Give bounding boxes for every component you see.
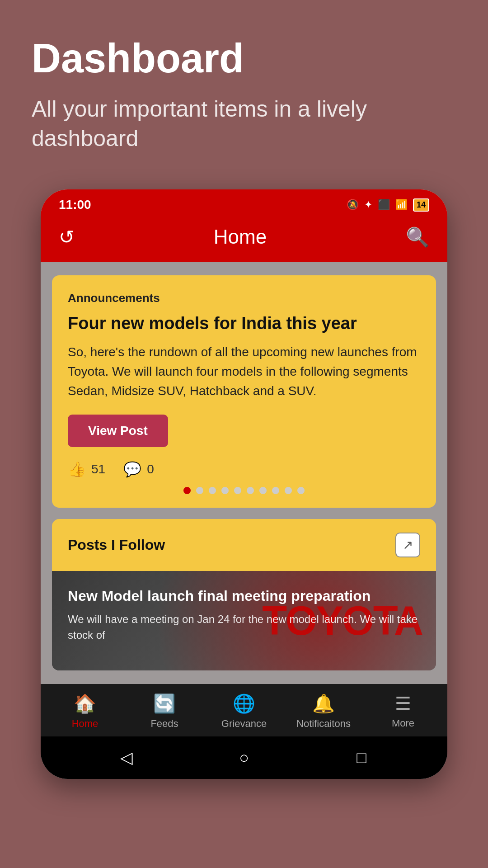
- phone-mockup: 11:00 🔕 ✦ ⬛ 📶 14 ↺ Home 🔍 Announcements …: [41, 189, 447, 779]
- featured-post-card[interactable]: TOYOTA New Model launch final meeting pr…: [52, 571, 436, 670]
- carousel-dot-2[interactable]: [209, 487, 216, 494]
- carousel-dot-8[interactable]: [285, 487, 292, 494]
- carousel-dot-9[interactable]: [297, 487, 305, 494]
- carousel-dot-1[interactable]: [196, 487, 203, 494]
- page-subtitle: All your important items in a lively das…: [32, 94, 456, 153]
- nav-item-more[interactable]: ☰More: [374, 693, 432, 729]
- card-category: Announcements: [68, 291, 420, 305]
- android-back-button[interactable]: ◁: [115, 746, 138, 769]
- page-title: Dashboard: [32, 36, 456, 81]
- status-time: 11:00: [59, 198, 91, 212]
- posts-follow-title: Posts I Follow: [68, 537, 165, 553]
- main-content: Announcements Four new models for India …: [41, 262, 447, 684]
- search-button[interactable]: 🔍: [406, 226, 429, 248]
- likes-count: 51: [91, 462, 105, 476]
- nav-item-home[interactable]: 🏠Home: [56, 693, 114, 730]
- view-post-button[interactable]: View Post: [68, 415, 168, 447]
- carousel-dot-0[interactable]: [183, 487, 191, 494]
- bottom-nav: 🏠Home🔄Feeds🌐Grievance🔔Notificaitons☰More: [41, 684, 447, 736]
- nav-item-grievance[interactable]: 🌐Grievance: [215, 693, 273, 730]
- comments-stat: 💬 0: [123, 461, 154, 478]
- status-bar: 11:00 🔕 ✦ ⬛ 📶 14: [41, 189, 447, 217]
- announcement-body: So, here's the rundown of all the upcomi…: [68, 342, 420, 401]
- nav-item-feeds[interactable]: 🔄Feeds: [135, 693, 194, 730]
- post-body: We will have a meeting on Jan 24 for the…: [68, 612, 420, 643]
- card-footer: 👍 51 💬 0: [68, 461, 420, 478]
- back-button[interactable]: ↺: [59, 226, 75, 248]
- nav-label-feeds: Feeds: [150, 718, 178, 730]
- announcements-card: Announcements Four new models for India …: [52, 275, 436, 508]
- nav-label-home: Home: [72, 718, 99, 730]
- likes-stat: 👍 51: [68, 461, 105, 478]
- wifi-icon: ⬛: [378, 199, 390, 211]
- carousel-dot-6[interactable]: [259, 487, 267, 494]
- posts-follow-header: Posts I Follow ↗: [52, 519, 436, 571]
- external-link-button[interactable]: ↗: [395, 533, 420, 557]
- mute-icon: 🔕: [347, 199, 359, 211]
- nav-icon-grievance: 🌐: [233, 693, 255, 714]
- nav-label-more: More: [392, 717, 414, 729]
- nav-icon-notificaitons: 🔔: [312, 693, 335, 714]
- nav-label-notificaitons: Notificaitons: [296, 718, 351, 730]
- like-icon: 👍: [68, 461, 86, 478]
- nav-icon-more: ☰: [395, 693, 411, 714]
- announcement-title: Four new models for India this year: [68, 313, 420, 334]
- android-recent-button[interactable]: □: [350, 746, 373, 769]
- nav-label-grievance: Grievance: [221, 718, 267, 730]
- top-navbar: ↺ Home 🔍: [41, 217, 447, 262]
- android-nav: ◁ ○ □: [41, 736, 447, 779]
- battery-icon: 14: [413, 198, 429, 212]
- signal-icon: 📶: [395, 199, 408, 211]
- carousel-dot-4[interactable]: [234, 487, 241, 494]
- nav-item-notificaitons[interactable]: 🔔Notificaitons: [294, 693, 353, 730]
- nav-title: Home: [214, 226, 267, 248]
- nav-icon-home: 🏠: [74, 693, 96, 714]
- dots-indicator: [68, 487, 420, 494]
- carousel-dot-7[interactable]: [272, 487, 279, 494]
- carousel-dot-5[interactable]: [247, 487, 254, 494]
- android-home-button[interactable]: ○: [233, 746, 255, 769]
- carousel-dot-3[interactable]: [221, 487, 229, 494]
- post-content: New Model launch final meeting preparati…: [68, 587, 420, 643]
- post-title: New Model launch final meeting preparati…: [68, 587, 420, 606]
- bluetooth-icon: ✦: [364, 199, 372, 211]
- comment-icon: 💬: [123, 461, 141, 478]
- nav-icon-feeds: 🔄: [153, 693, 176, 714]
- comments-count: 0: [147, 462, 154, 476]
- status-icons: 🔕 ✦ ⬛ 📶 14: [347, 198, 429, 212]
